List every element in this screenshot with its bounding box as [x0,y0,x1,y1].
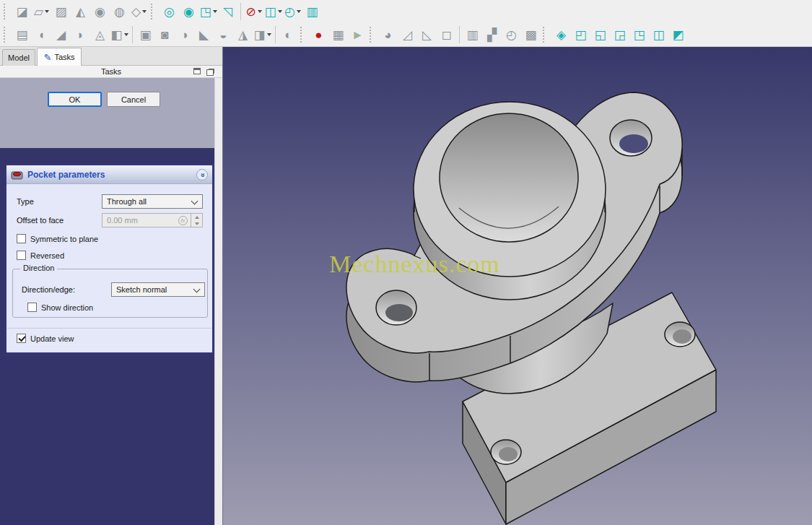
shape-binder-button[interactable]: ◉ [90,2,110,21]
linear-pattern-button[interactable]: ▥ [463,25,482,44]
view-left-button[interactable]: ◩ [668,25,688,44]
macro-play-button[interactable]: ► [348,25,367,44]
polar-pattern-button[interactable]: ◴ [502,25,521,44]
draw-style-cube-dropdown-arrow[interactable] [278,10,282,13]
direction-edge-value: Sketch normal [116,285,167,294]
subtractive-loft-button[interactable]: ◣ [194,25,214,44]
create-body-button[interactable]: ◪ [12,2,32,21]
map-sketch-button[interactable]: ◭ [71,2,90,21]
view-rear-button[interactable]: ◳ [629,25,649,44]
shape-binder-icon: ◉ [95,6,105,18]
macro-edit-button[interactable]: ▦ [328,25,348,44]
pad-icon: ▤ [16,29,27,41]
thickness-button[interactable]: ◻ [437,25,456,44]
type-combobox[interactable]: Through all [102,194,203,209]
macro-record-button[interactable]: ● [309,25,328,44]
view-isometric-button[interactable]: ◈ [551,25,571,44]
additive-pipe-button[interactable]: ◗ [71,25,90,44]
axonometric-view-button[interactable]: ◳ [198,2,218,21]
toolbar-separator [459,26,460,43]
clone-button[interactable]: ◍ [110,2,129,21]
show-direction-checkbox[interactable] [27,303,37,312]
mirrored-button[interactable]: ▞ [482,25,502,44]
view-top-button[interactable]: ◱ [590,25,610,44]
sync-view-dropdown-arrow[interactable] [297,10,301,13]
tab-model[interactable]: Model [2,49,35,66]
3d-viewport[interactable]: Mechnexus.com [222,47,812,525]
pad-button[interactable]: ▤ [12,25,32,44]
macro-record-icon: ● [315,29,322,41]
view-top-icon: ◱ [594,29,606,41]
revolution-button[interactable]: ◖ [32,25,51,44]
clipping-plane-dropdown-arrow[interactable] [258,10,262,13]
toolbar-handle [370,27,375,43]
align-view-to-plane-button[interactable]: ◹ [218,2,237,21]
hole-button[interactable]: ◙ [155,25,175,44]
draw-style-cube-button[interactable]: ◫ [263,2,283,21]
view-right-button[interactable]: ◲ [610,25,629,44]
additive-loft-icon: ◢ [56,29,66,41]
create-datum-button[interactable]: ◇ [129,2,149,21]
flange-hole-left-through [385,304,413,321]
pocket-parameters-header[interactable]: Pocket parameters « [6,165,212,184]
ok-button[interactable]: OK [48,92,102,107]
fit-all-icon: ◎ [164,6,175,18]
multitransform-button[interactable]: ▩ [521,25,541,44]
update-view-checkbox[interactable] [17,334,26,343]
view-front-button[interactable]: ◰ [571,25,590,44]
toolbar-separator [275,26,276,43]
plate-hole-right-bottom [673,329,691,344]
subtractive-helix-button[interactable]: ◮ [233,25,253,44]
axonometric-view-dropdown-arrow[interactable] [213,10,217,13]
boolean-operation-button[interactable]: ◐ [279,25,298,44]
groove-button[interactable]: ◑ [175,25,194,44]
fillet-button[interactable]: ◕ [378,25,398,44]
collapse-section-button[interactable]: « [196,169,208,181]
additive-helix-button[interactable]: ◬ [90,25,110,44]
ok-button-label: OK [69,95,81,104]
subtractive-primitive-dropdown-arrow[interactable] [267,33,271,36]
create-sketch-button[interactable]: ▱ [32,2,51,21]
fit-all-button[interactable]: ◎ [160,2,179,21]
subtractive-primitive-button[interactable]: ◨ [253,25,272,44]
3d-scene[interactable]: Mechnexus.com [223,47,812,525]
toolbar-handle [4,27,9,43]
direction-edge-combobox[interactable]: Sketch normal [111,282,205,297]
thickness-icon: ◻ [441,29,451,41]
task-panel-scrollbar[interactable] [214,78,222,525]
watermark-text: Mechnexus.com [329,251,500,277]
dock-panel-icon[interactable] [193,68,201,74]
mirrored-icon: ▞ [487,29,497,41]
type-combobox-value: Through all [107,197,147,206]
flange-hole-top-right-through [619,134,648,153]
additive-primitive-dropdown-arrow[interactable] [124,33,128,36]
float-panel-icon[interactable] [206,69,214,76]
draft-button[interactable]: ◺ [417,25,437,44]
additive-primitive-button[interactable]: ◧ [110,25,129,44]
edit-sketch-button[interactable]: ▨ [51,2,71,21]
symmetric-to-plane-label: Symmetric to plane [30,235,98,243]
symmetric-to-plane-checkbox[interactable] [17,234,26,243]
subtractive-pipe-icon: ◒ [219,29,227,41]
align-view-to-plane-icon: ◹ [223,6,232,18]
cancel-button[interactable]: Cancel [107,92,160,107]
create-datum-dropdown-arrow[interactable] [142,10,147,13]
clipping-plane-button[interactable]: ⊘ [244,2,263,21]
pocket-button[interactable]: ▣ [136,25,155,44]
reversed-checkbox[interactable] [17,251,26,260]
sync-view-button[interactable]: ◴ [283,2,302,21]
subtractive-pipe-button[interactable]: ◒ [214,25,233,44]
toolbar-handle [543,27,549,43]
tab-tasks[interactable]: ✎ Tasks [37,48,82,66]
chamfer-button[interactable]: ◿ [398,25,417,44]
view-bottom-icon: ◫ [652,29,664,41]
measure-button[interactable]: ▥ [302,2,322,21]
additive-primitive-icon: ◧ [110,29,122,41]
view-bottom-button[interactable]: ◫ [649,25,668,44]
additive-loft-button[interactable]: ◢ [51,25,71,44]
draft-icon: ◺ [422,29,432,41]
reversed-label: Reversed [30,251,64,260]
fillet-icon: ◕ [384,29,391,41]
zoom-selection-button[interactable]: ◉ [179,2,198,21]
create-sketch-dropdown-arrow[interactable] [45,10,49,13]
